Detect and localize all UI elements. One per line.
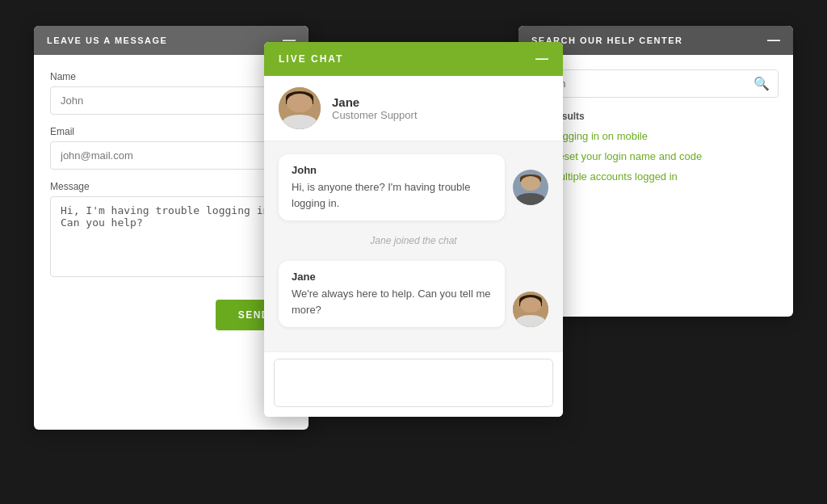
john-message-text: Hi, is anyone there? I'm having trouble … [292, 179, 492, 211]
name-group: Name [50, 71, 292, 115]
jane-reply-row: Jane We're always here to help. Can you … [279, 261, 548, 327]
john-sender-name: John [292, 164, 492, 176]
widgets-container: LEAVE US A MESSAGE — Name Email Message … [34, 26, 793, 478]
agent-bar: Jane Customer Support [264, 76, 563, 141]
email-input[interactable] [50, 141, 292, 170]
result-list: 1. Logging in on mobile 2. Reset your lo… [533, 130, 779, 183]
agent-info: Jane Customer Support [332, 95, 418, 121]
message-group: Message Hi, I'm having trouble logging i… [50, 181, 292, 280]
john-message-bubble: John Hi, is anyone there? I'm having tro… [279, 154, 505, 220]
jane-reply-bubble: Jane We're always here to help. Can you … [279, 261, 505, 327]
search-input[interactable] [534, 70, 778, 97]
name-input[interactable] [50, 86, 292, 115]
chat-minimize-button[interactable]: — [535, 52, 548, 66]
search-minimize-button[interactable]: — [767, 34, 780, 47]
agent-name: Jane [332, 95, 418, 109]
live-chat-panel: LIVE CHAT — Jane Customer Support John [264, 42, 563, 417]
chat-messages: John Hi, is anyone there? I'm having tro… [264, 141, 563, 351]
result-item-2: 2. Reset your login name and code [533, 150, 779, 162]
message-textarea[interactable]: Hi, I'm having trouble logging in. Can y… [50, 196, 292, 277]
jane-reply-avatar [513, 292, 548, 327]
leave-message-title: LEAVE US A MESSAGE [47, 36, 167, 45]
result-link-1[interactable]: Logging in on mobile [551, 130, 648, 142]
agent-avatar [279, 87, 321, 129]
result-item-1: 1. Logging in on mobile [533, 130, 779, 142]
result-link-3[interactable]: Multiple accounts logged in [551, 170, 678, 183]
chat-input-area [264, 351, 563, 417]
result-link-2[interactable]: Reset your login name and code [551, 150, 702, 162]
chat-header: LIVE CHAT — [264, 42, 563, 76]
message-label: Message [50, 181, 292, 192]
email-label: Email [50, 126, 292, 137]
name-label: Name [50, 71, 292, 82]
join-notice: Jane joined the chat [279, 232, 548, 250]
top-results-title: Top results [533, 111, 779, 122]
chat-input[interactable] [274, 359, 553, 407]
search-input-wrap: 🔍 [533, 69, 779, 98]
email-group: Email [50, 126, 292, 170]
agent-role: Customer Support [332, 109, 418, 121]
chat-title: LIVE CHAT [279, 53, 343, 65]
jane-reply-text: We're always here to help. Can you tell … [292, 286, 492, 317]
search-icon: 🔍 [754, 76, 770, 91]
john-message-row: John Hi, is anyone there? I'm having tro… [279, 154, 548, 220]
jane-reply-sender: Jane [292, 271, 492, 283]
result-item-3: 3. Multiple accounts logged in [533, 170, 779, 183]
john-avatar [513, 170, 548, 205]
